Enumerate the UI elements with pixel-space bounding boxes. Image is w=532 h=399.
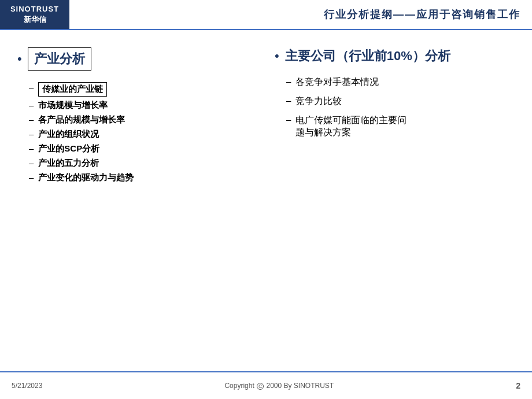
sub-item-text: 各产品的规模与增长率 xyxy=(38,114,125,125)
dash-icon: – xyxy=(29,172,34,182)
right-sub-item-text-cont: 题与解决方案 xyxy=(295,127,407,139)
dash-icon: – xyxy=(286,76,291,86)
left-section-header: • 产业分析 xyxy=(17,47,257,71)
copyright-label: Copyright xyxy=(224,382,254,390)
list-item: – 传媒业的产业链 xyxy=(29,82,257,97)
dash-icon: – xyxy=(29,143,34,153)
right-sub-items: – 各竞争对手基本情况 – 竞争力比较 – 电广传媒可能面临的主要问 题与解决方… xyxy=(286,76,515,139)
list-item: – 产业变化的驱动力与趋势 xyxy=(29,172,257,183)
list-item: – 产业的五力分析 xyxy=(29,158,257,169)
list-item: – 电广传媒可能面临的主要问 题与解决方案 xyxy=(286,114,515,139)
right-section-title: 主要公司（行业前10%）分析 xyxy=(285,47,450,65)
sub-item-text: 产业变化的驱动力与趋势 xyxy=(38,172,134,183)
dash-icon: – xyxy=(286,95,291,105)
header-title-area: 行业分析提纲——应用于咨询销售工作 xyxy=(69,0,532,29)
copyright-circle-icon: C xyxy=(257,383,264,390)
sub-item-text: 产业的组织状况 xyxy=(38,129,99,140)
sub-item-text: 产业的SCP分析 xyxy=(38,143,99,154)
sub-item-text: 产业的五力分析 xyxy=(38,158,99,169)
list-item: – 产业的组织状况 xyxy=(29,129,257,140)
left-bullet: • xyxy=(17,53,22,65)
right-bullet: • xyxy=(275,50,279,62)
right-sub-item-multiline: 电广传媒可能面临的主要问 题与解决方案 xyxy=(295,114,407,139)
footer-copyright: Copyright C 2000 By SINOTRUST xyxy=(224,382,334,390)
right-sub-item-text: 电广传媒可能面临的主要问 xyxy=(295,114,407,127)
header-title: 行业分析提纲——应用于咨询销售工作 xyxy=(324,8,520,21)
right-sub-item-text: 各竞争对手基本情况 xyxy=(295,76,379,88)
header: SINOTRUST 新华信 行业分析提纲——应用于咨询销售工作 xyxy=(0,0,532,30)
list-item: – 各产品的规模与增长率 xyxy=(29,114,257,125)
right-sub-item-text: 竞争力比较 xyxy=(295,95,342,108)
logo-block: SINOTRUST 新华信 xyxy=(0,0,69,29)
dash-icon: – xyxy=(29,114,34,124)
right-column: • 主要公司（行业前10%）分析 – 各竞争对手基本情况 – 竞争力比较 – 电… xyxy=(275,47,515,360)
main-content: • 产业分析 – 传媒业的产业链 – 市场规模与增长率 – 各产品的规模与增长率… xyxy=(0,30,532,371)
list-item: – 市场规模与增长率 xyxy=(29,100,257,111)
footer-date: 5/21/2023 xyxy=(12,382,42,390)
sub-item-text: 传媒业的产业链 xyxy=(38,82,107,97)
logo-sinotrust: SINOTRUST xyxy=(10,5,59,13)
dash-icon: – xyxy=(286,114,291,124)
logo-chinese: 新华信 xyxy=(24,14,46,25)
right-section-header: • 主要公司（行业前10%）分析 xyxy=(275,47,515,65)
left-sub-items: – 传媒业的产业链 – 市场规模与增长率 – 各产品的规模与增长率 – 产业的组… xyxy=(29,82,257,183)
copyright-rest: 2000 By SINOTRUST xyxy=(266,382,334,390)
sub-item-text: 市场规模与增长率 xyxy=(38,100,108,111)
dash-icon: – xyxy=(29,158,34,168)
footer: 5/21/2023 Copyright C 2000 By SINOTRUST … xyxy=(0,371,532,399)
list-item: – 产业的SCP分析 xyxy=(29,143,257,154)
dash-icon: – xyxy=(29,129,34,139)
list-item: – 各竞争对手基本情况 xyxy=(286,76,515,88)
list-item: – 竞争力比较 xyxy=(286,95,515,108)
left-section-title: 产业分析 xyxy=(28,47,91,71)
dash-icon: – xyxy=(29,100,34,110)
footer-page-number: 2 xyxy=(516,381,520,390)
dash-icon: – xyxy=(29,82,34,92)
left-column: • 产业分析 – 传媒业的产业链 – 市场规模与增长率 – 各产品的规模与增长率… xyxy=(17,47,257,360)
